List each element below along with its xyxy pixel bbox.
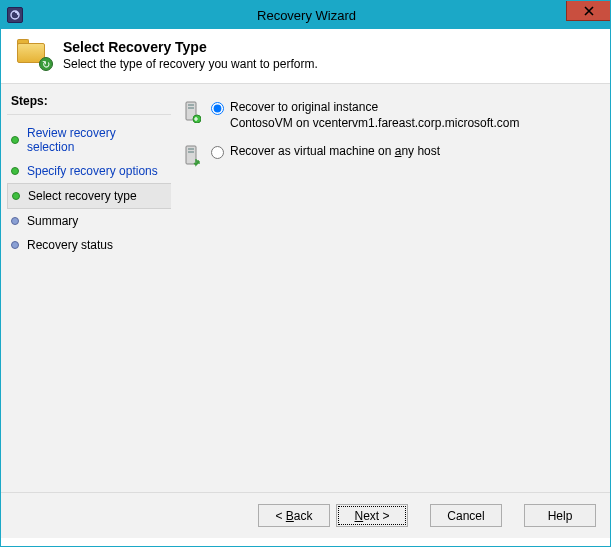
steps-sidebar: Steps: Review recovery selection Specify… bbox=[1, 84, 171, 492]
step-label: Specify recovery options bbox=[27, 164, 158, 178]
option-recover-any-host[interactable]: Recover as virtual machine on any host bbox=[181, 144, 594, 167]
close-icon bbox=[584, 6, 594, 16]
svg-rect-2 bbox=[188, 104, 194, 106]
wizard-body: Steps: Review recovery selection Specify… bbox=[1, 83, 610, 492]
step-bullet-icon bbox=[11, 136, 19, 144]
svg-rect-6 bbox=[188, 148, 194, 150]
option-label: Recover as virtual machine on any host bbox=[230, 144, 594, 158]
radio-recover-original[interactable] bbox=[211, 102, 224, 115]
option-recover-original[interactable]: Recover to original instance ContosoVM o… bbox=[181, 100, 594, 130]
page-subtitle: Select the type of recovery you want to … bbox=[63, 57, 318, 71]
title-bar: Recovery Wizard bbox=[1, 1, 610, 29]
main-panel: Recover to original instance ContosoVM o… bbox=[171, 84, 610, 492]
step-recovery-status: Recovery status bbox=[7, 233, 171, 257]
step-label: Select recovery type bbox=[28, 189, 137, 203]
step-label: Review recovery selection bbox=[27, 126, 165, 154]
steps-list: Review recovery selection Specify recove… bbox=[7, 121, 171, 257]
window-title: Recovery Wizard bbox=[23, 8, 610, 23]
server-original-icon bbox=[181, 101, 203, 123]
app-icon bbox=[7, 7, 23, 23]
option-label: Recover to original instance bbox=[230, 100, 594, 114]
close-button[interactable] bbox=[566, 1, 610, 21]
page-header: ↻ Select Recovery Type Select the type o… bbox=[1, 29, 610, 83]
cancel-button[interactable]: Cancel bbox=[430, 504, 502, 527]
step-label: Recovery status bbox=[27, 238, 113, 252]
step-specify-recovery-options[interactable]: Specify recovery options bbox=[7, 159, 171, 183]
wizard-footer: < Back Next > Cancel Help bbox=[1, 492, 610, 538]
step-bullet-icon bbox=[11, 167, 19, 175]
step-bullet-icon bbox=[11, 217, 19, 225]
server-anyhost-icon bbox=[181, 145, 203, 167]
page-title: Select Recovery Type bbox=[63, 39, 318, 55]
next-button[interactable]: Next > bbox=[336, 504, 408, 527]
steps-heading: Steps: bbox=[7, 92, 171, 115]
svg-rect-7 bbox=[188, 151, 194, 153]
step-label: Summary bbox=[27, 214, 78, 228]
option-detail: ContosoVM on vcentervm1.fareast.corp.mic… bbox=[230, 116, 594, 130]
step-review-recovery-selection[interactable]: Review recovery selection bbox=[7, 121, 171, 159]
recovery-folder-icon: ↻ bbox=[17, 39, 51, 69]
radio-recover-any-host[interactable] bbox=[211, 146, 224, 159]
step-summary: Summary bbox=[7, 209, 171, 233]
step-select-recovery-type: Select recovery type bbox=[7, 183, 171, 209]
step-bullet-icon bbox=[11, 241, 19, 249]
back-button[interactable]: < Back bbox=[258, 504, 330, 527]
step-bullet-icon bbox=[12, 192, 20, 200]
help-button[interactable]: Help bbox=[524, 504, 596, 527]
svg-rect-3 bbox=[188, 107, 194, 109]
